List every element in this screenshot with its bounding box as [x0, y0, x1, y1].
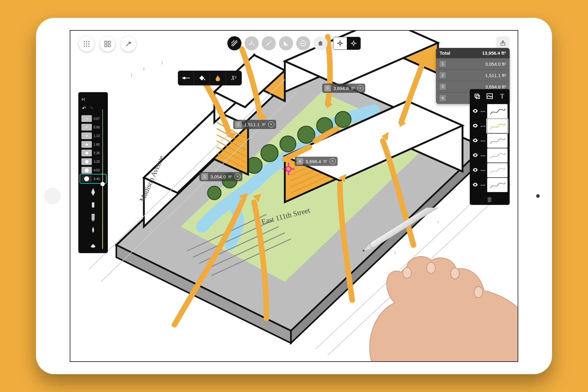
close-icon[interactable]: × — [234, 174, 241, 180]
svg-point-33 — [88, 41, 90, 42]
more-icon[interactable]: ⋯ — [480, 138, 486, 144]
area-row[interactable]: 13,054.0 ft² — [436, 58, 510, 70]
close-icon[interactable]: × — [357, 85, 363, 91]
layer-copy-icon[interactable] — [472, 92, 482, 100]
measurement-badge[interactable]: 13,054.0ft²× — [199, 172, 242, 181]
more-icon[interactable]: ⋯ — [480, 153, 486, 159]
eye-icon[interactable] — [472, 138, 479, 143]
eye-icon[interactable] — [472, 153, 479, 158]
close-icon[interactable]: × — [330, 158, 336, 164]
eye-icon[interactable] — [472, 108, 479, 114]
svg-rect-43 — [108, 45, 110, 47]
area-row[interactable]: 21,511.1 ft² — [436, 70, 510, 81]
layer-row[interactable]: ⋯ — [472, 119, 508, 133]
snap-black-icon[interactable] — [347, 37, 360, 49]
measurement-badge[interactable]: 21,511.1ft²× — [233, 120, 276, 129]
minus-tool-icon[interactable] — [296, 36, 310, 50]
opacity-slider[interactable] — [100, 109, 105, 249]
layer-thumbnail[interactable] — [487, 104, 508, 119]
svg-rect-67 — [92, 214, 95, 220]
angle-tool-icon[interactable] — [279, 36, 293, 50]
layer-thumbnail[interactable] — [487, 133, 508, 148]
more-icon[interactable]: ⋯ — [480, 167, 486, 173]
svg-point-2 — [280, 136, 296, 152]
svg-point-3 — [298, 126, 315, 143]
collapse-chevrons-icon[interactable]: ‹‹ — [80, 95, 106, 104]
layer-row[interactable]: ⋯ — [472, 104, 508, 119]
brush-size-label: 0.57 — [94, 117, 100, 120]
bucket-icon[interactable] — [194, 71, 210, 85]
hatch-tool-icon[interactable] — [227, 36, 241, 50]
layer-thumbnail[interactable] — [487, 148, 508, 163]
brush-size-label: 2.26 — [94, 151, 100, 155]
home-tool-icon[interactable] — [313, 36, 327, 50]
svg-point-52 — [339, 42, 341, 44]
grid-icon[interactable] — [79, 36, 94, 52]
layer-row[interactable]: ⋯ — [472, 148, 508, 163]
svg-point-31 — [84, 41, 85, 42]
fill-toolbar: X² — [178, 71, 242, 85]
svg-rect-42 — [105, 45, 107, 47]
svg-rect-40 — [105, 41, 107, 43]
redo-icon[interactable]: ↷ — [89, 105, 93, 111]
more-icon[interactable]: ⋯ — [480, 182, 486, 188]
pen-nib-icon[interactable] — [90, 187, 96, 196]
snap-toggle[interactable] — [333, 37, 361, 50]
svg-point-1 — [261, 144, 278, 162]
home-button[interactable] — [45, 188, 61, 204]
wrench-icon[interactable] — [121, 36, 136, 52]
marker-icon[interactable] — [90, 213, 96, 222]
apps-icon[interactable] — [100, 36, 115, 52]
svg-point-5 — [335, 112, 351, 127]
measurement-badge[interactable]: 45,696.4ft²× — [295, 157, 338, 166]
svg-point-38 — [86, 46, 87, 47]
svg-point-35 — [86, 43, 87, 45]
text-layer-icon[interactable]: T — [498, 92, 507, 100]
undo-icon[interactable]: ↶ — [82, 105, 86, 111]
layer-row[interactable]: ⋯ — [472, 133, 508, 148]
svg-line-48 — [252, 43, 254, 45]
area-total-row: Total 13,956.4 ft² — [436, 48, 510, 58]
svg-rect-69 — [476, 95, 480, 99]
more-icon[interactable]: ⋯ — [480, 108, 486, 114]
layer-thumbnail[interactable] — [487, 163, 508, 178]
eye-icon[interactable] — [472, 123, 479, 129]
brush-size-label: 3.20 — [94, 160, 100, 163]
app-screen: Madison Avenue East 111th Street 13,054.… — [70, 30, 518, 362]
layer-row[interactable]: ⋯ — [472, 178, 508, 192]
pencil-tool-icon[interactable] — [262, 36, 276, 50]
svg-point-34 — [84, 43, 85, 45]
measurement-badge[interactable]: 33,694.8ft²× — [322, 84, 365, 93]
brush-size-label: 6.40 — [94, 177, 100, 181]
eraser-icon[interactable] — [90, 239, 96, 248]
eye-icon[interactable] — [472, 167, 479, 173]
layers-panel: T ⋯⋯⋯⋯⋯⋯ 🗑 — [470, 89, 510, 205]
area-total-value: 13,956.4 ft² — [482, 50, 506, 56]
svg-point-32 — [86, 41, 87, 42]
pen-round-icon[interactable] — [90, 200, 96, 209]
line-dot-icon[interactable] — [178, 71, 194, 85]
drop-icon[interactable] — [210, 71, 226, 85]
snap-white-icon[interactable] — [333, 37, 347, 49]
svg-line-49 — [249, 43, 252, 45]
x-squared-icon[interactable]: X² — [226, 71, 242, 85]
svg-point-7 — [208, 186, 221, 200]
axis-tool-icon[interactable] — [245, 36, 259, 50]
close-icon[interactable]: × — [268, 121, 274, 127]
svg-point-39 — [88, 46, 90, 47]
brush-icon[interactable] — [90, 226, 96, 235]
image-layer-icon[interactable] — [485, 92, 494, 100]
layer-row[interactable]: ⋯ — [472, 163, 508, 178]
svg-rect-68 — [475, 94, 478, 97]
trash-icon[interactable]: 🗑 — [472, 194, 508, 203]
svg-point-64 — [183, 77, 186, 79]
more-icon[interactable]: ⋯ — [480, 123, 486, 129]
eye-icon[interactable] — [472, 182, 479, 188]
front-camera — [536, 194, 540, 198]
layer-thumbnail[interactable] — [487, 178, 508, 192]
svg-point-57 — [352, 42, 355, 44]
area-total-label: Total — [440, 50, 450, 56]
svg-rect-66 — [92, 202, 94, 208]
layer-thumbnail[interactable] — [487, 119, 508, 133]
top-left-toolbar — [79, 36, 136, 52]
